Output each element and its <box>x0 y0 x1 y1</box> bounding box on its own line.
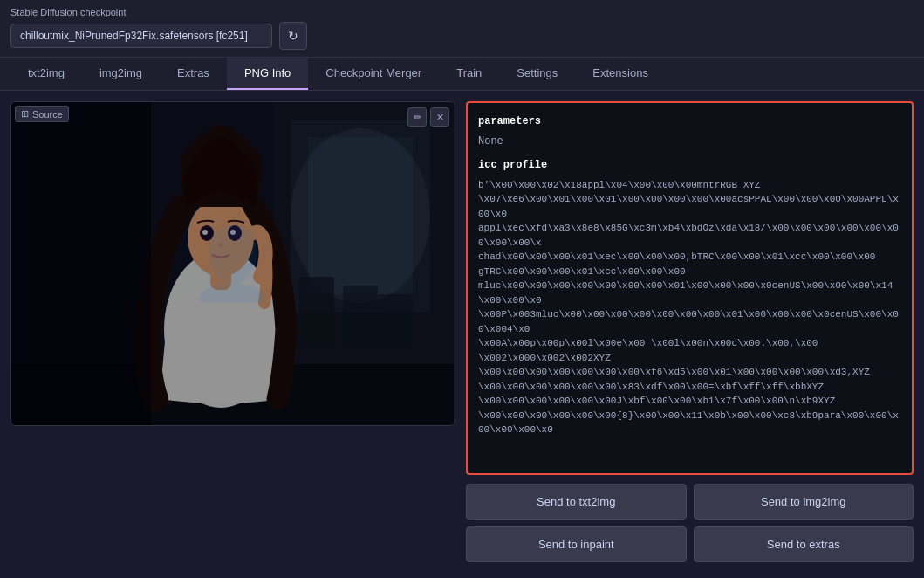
send-inpaint-button[interactable]: Send to inpaint <box>466 526 687 562</box>
icc-data-line-5: mluc\x00\x00\x00\x00\x00\x00\x00\x01\x00… <box>478 279 901 307</box>
send-extras-button[interactable]: Send to extras <box>694 526 914 562</box>
close-icon: ✕ <box>436 112 444 123</box>
source-badge-icon: ⊞ <box>21 108 29 120</box>
parameters-none: None <box>478 134 901 150</box>
icc-data-line-10: \x00\x00\x00\x00\x00\x00\x83\xdf\x00\x00… <box>478 380 901 395</box>
image-action-icons: ✏ ✕ <box>407 107 449 127</box>
icc-data-line-8: \x002\x000\x002\x002XYZ <box>478 351 901 366</box>
tab-txt2img[interactable]: txt2img <box>10 58 82 90</box>
svg-point-13 <box>228 225 242 241</box>
svg-point-14 <box>202 230 208 235</box>
icc-data-line-3: chad\x00\x00\x00\x01\xec\x00\x00\x00,bTR… <box>478 250 901 265</box>
checkpoint-select[interactable]: chilloutmix_NiPrunedFp32Fix.safetensors … <box>10 24 272 48</box>
top-bar: Stable Diffusion checkpoint chilloutmix_… <box>0 0 924 58</box>
svg-point-12 <box>200 225 214 241</box>
refresh-icon: ↻ <box>288 29 298 43</box>
nav-tabs: txt2img img2img Extras PNG Info Checkpoi… <box>0 58 924 91</box>
icc-data-line-4: gTRC\x00\x00\x00\x01\xcc\x00\x00\x00 <box>478 265 901 279</box>
source-badge-label: Source <box>32 109 63 120</box>
icc-data-line-2: appl\xec\xfd\xa3\x8e8\x85G\xc3m\xb4\xbdO… <box>478 221 901 250</box>
close-button[interactable]: ✕ <box>430 107 449 127</box>
icc-data-line-7: \x00A\x00p\x00p\x00l\x00e\x00 \x00l\x00n… <box>478 336 901 351</box>
tab-checkpoint-merger[interactable]: Checkpoint Merger <box>308 58 439 90</box>
tab-pnginfo[interactable]: PNG Info <box>227 58 308 90</box>
icc-data-line-6: \x00P\x003mluc\x00\x00\x00\x00\x00\x00\x… <box>478 307 901 336</box>
icc-data-line-12: \x00\x00\x00\x00\x00\x00{8}\x00\x00\x11\… <box>478 409 901 437</box>
tab-extensions[interactable]: Extensions <box>575 58 666 90</box>
tab-train[interactable]: Train <box>439 58 499 90</box>
send-img2img-button[interactable]: Send to img2img <box>694 484 914 520</box>
icc-data-line-0: b'\x00\x00\x02\x18appl\x04\x00\x00\x00mn… <box>478 178 901 193</box>
icc-data-line-9: \x00\x00\x00\x00\x00\x00\x00\xf6\xd5\x00… <box>478 365 901 380</box>
source-image <box>11 102 454 425</box>
parameters-box: parameters None icc_profile b'\x00\x00\x… <box>466 101 914 475</box>
source-badge: ⊞ Source <box>15 106 69 122</box>
image-container: ⊞ Source ✏ ✕ <box>10 101 455 426</box>
edit-button[interactable]: ✏ <box>407 107 427 127</box>
checkpoint-label: Stable Diffusion checkpoint <box>10 7 914 17</box>
left-panel: ⊞ Source ✏ ✕ <box>10 101 455 562</box>
icc-profile-title: icc_profile <box>478 157 901 174</box>
edit-icon: ✏ <box>414 112 421 123</box>
refresh-button[interactable]: ↻ <box>279 22 307 50</box>
checkpoint-row: chilloutmix_NiPrunedFp32Fix.safetensors … <box>10 22 914 50</box>
svg-rect-17 <box>11 102 151 425</box>
action-buttons: Send to txt2img Send to img2img Send to … <box>466 484 914 562</box>
send-txt2img-button[interactable]: Send to txt2img <box>466 484 687 520</box>
svg-point-15 <box>230 230 236 235</box>
tab-settings[interactable]: Settings <box>499 58 575 90</box>
image-toolbar: ⊞ Source <box>15 106 69 122</box>
main-content: ⊞ Source ✏ ✕ <box>0 91 924 573</box>
right-panel: parameters None icc_profile b'\x00\x00\x… <box>466 101 914 562</box>
parameters-title: parameters <box>478 114 901 130</box>
image-svg <box>11 102 454 425</box>
tab-img2img[interactable]: img2img <box>82 58 160 90</box>
tab-extras[interactable]: Extras <box>160 58 227 90</box>
icc-data-line-1: \x07\xe6\x00\x01\x00\x01\x00\x00\x00\x00… <box>478 192 901 221</box>
svg-rect-10 <box>210 255 231 290</box>
icc-data-line-11: \x00\x00\x00\x00\x00\x00J\xbf\x00\x00\xb… <box>478 394 901 409</box>
